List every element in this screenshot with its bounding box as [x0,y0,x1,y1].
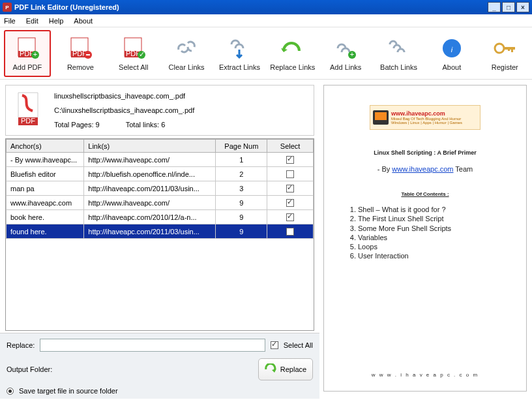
select-all-label: Select All [284,341,313,349]
cell-page: 1 [216,153,267,167]
cell-anchor: man pa [7,181,84,196]
cell-link: http://www.ihaveapc.com/ [84,196,216,210]
total-pages: Total Pages: 9 [54,121,100,129]
pdf-selectall-icon: PDF✓ [120,36,147,61]
table-row[interactable]: Bluefish editorhttp://bluefish.openoffic… [7,167,314,181]
menu-edit[interactable]: Edit [26,17,38,25]
table-row[interactable]: book here.http://ihaveapc.com/2010/12/a-… [7,210,314,224]
minimize-button[interactable]: _ [488,2,501,12]
cell-page: 3 [216,181,267,196]
maximize-button[interactable]: □ [502,2,515,12]
list-item: Variables [358,233,510,242]
table-row[interactable]: found here.http://ihaveapc.com/2011/03/u… [7,224,314,239]
svg-text:PDF: PDF [21,117,35,125]
cell-anchor: - By www.ihaveapc... [7,153,84,167]
col-link[interactable]: Link(s) [84,140,216,153]
row-checkbox[interactable] [286,156,294,164]
cell-link: http://ihaveapc.com/2011/03/usin... [84,224,216,239]
preview-by-link[interactable]: www.ihaveapc.com [392,165,453,173]
preview-toc: Table Of Contents : [340,191,510,197]
toolbar-batch-links[interactable]: Batch Links [376,30,422,77]
row-checkbox[interactable] [286,213,294,221]
svg-point-19 [495,44,504,53]
svg-rect-9 [86,54,90,55]
pdf-remove-icon: PDF [66,36,94,61]
file-name: linuxshellscriptbasics_ihaveapc.com_.pdf [54,92,307,100]
menu-help[interactable]: Help [49,17,64,25]
key-icon [491,36,518,61]
list-item: Some More Fun Shell Scripts [358,224,510,233]
preview-byline: - By www.ihaveapc.com Team [340,165,510,173]
row-checkbox[interactable] [286,185,294,192]
menu-file[interactable]: File [4,17,16,25]
table-row[interactable]: - By www.ihaveapc...http://www.ihaveapc.… [7,153,314,167]
table-row[interactable]: www.ihaveapc.comhttp://www.ihaveapc.com/… [7,196,314,210]
col-anchor[interactable]: Anchor(s) [7,140,84,153]
cell-page: 9 [216,196,267,210]
toolbar-add-pdf[interactable]: PDF+ Add PDF [4,30,51,77]
preview-footer: w w w . i h a v e a p c . c o m [340,372,510,384]
toolbar-addlinks-label: Add Links [330,63,361,71]
banner-line1: www.ihaveapc.com [391,110,462,117]
toolbar-selectall-label: Select All [119,63,148,71]
replace-button-label: Replace [280,365,306,373]
toolbar: PDF+ Add PDF PDF Remove PDF✓ Select All … [0,27,532,80]
toolbar-batchlinks-label: Batch Links [380,63,417,71]
app-icon: P [3,3,12,12]
toolbar-remove-label: Remove [67,63,94,71]
toolbar-select-all[interactable]: PDF✓ Select All [110,30,156,77]
list-item: User Interaction [358,251,510,260]
toolbar-remove[interactable]: PDF Remove [57,30,104,77]
row-checkbox[interactable] [286,199,294,207]
row-checkbox[interactable] [286,170,294,178]
col-select[interactable]: Select [267,140,314,153]
cell-anchor: found here. [7,224,84,239]
list-item: Loops [358,242,510,251]
toolbar-clear-links[interactable]: Clear Links [163,30,209,77]
chain-add-icon: + [332,36,359,61]
left-column: PDF linuxshellscriptbasics_ihaveapc.com_… [0,80,319,399]
cell-link: http://ihaveapc.com/2011/03/usin... [84,181,216,196]
row-checkbox[interactable] [286,228,294,236]
save-in-source-label: Save target file in source folder [19,387,118,395]
toolbar-replace-links[interactable]: Replace Links [269,30,316,77]
window-title: PDF Link Editor (Unregistered) [14,3,119,11]
info-icon: i [438,36,466,61]
file-path: C:\linuxshellscriptbasics_ihaveapc.com_.… [54,106,307,114]
cell-anchor: Bluefish editor [7,167,84,181]
svg-rect-21 [511,47,513,52]
close-button[interactable]: × [516,2,529,12]
pdf-add-icon: PDF+ [14,36,41,61]
svg-text:✓: ✓ [138,50,144,58]
menu-about[interactable]: About [74,17,93,25]
col-page[interactable]: Page Num [216,140,267,153]
toolbar-clearlinks-label: Clear Links [169,63,205,71]
toolbar-add-links[interactable]: + Add Links [323,30,369,77]
preview-toc-list: Shell – What is it good for ?The First L… [346,205,510,261]
toolbar-register[interactable]: Register [482,30,528,77]
toolbar-replacelinks-label: Replace Links [270,63,315,71]
toolbar-extract-links[interactable]: Extract Links [216,30,263,77]
cell-link: http://bluefish.openoffice.nl/inde... [84,167,216,181]
pdf-preview: www.ihaveapc.com Mixed Bag Of Tech Blogg… [323,85,527,392]
cell-anchor: book here. [7,210,84,224]
title-bar: P PDF Link Editor (Unregistered) _ □ × [0,0,532,14]
cell-anchor: www.ihaveapc.com [7,196,84,210]
preview-title: Linux Shell Scripting : A Brief Primer [340,149,510,156]
bottom-panel: Replace: Select All Output Folder: Repla… [0,333,319,399]
cell-link: http://www.ihaveapc.com/ [84,153,216,167]
preview-banner: www.ihaveapc.com Mixed Bag Of Tech Blogg… [370,105,480,130]
save-in-source-radio[interactable] [7,388,14,395]
replace-input[interactable] [40,339,265,352]
cell-page: 2 [216,167,267,181]
cell-page: 9 [216,210,267,224]
monitor-icon [373,110,389,125]
toolbar-register-label: Register [492,63,518,71]
menu-bar: File Edit Help About [0,14,532,27]
select-all-checkbox[interactable] [271,341,278,349]
replace-button[interactable]: Replace [258,358,313,380]
toolbar-about[interactable]: i About [428,30,475,77]
toolbar-extractlinks-label: Extract Links [219,63,260,71]
table-row[interactable]: man pahttp://ihaveapc.com/2011/03/usin..… [7,181,314,196]
cell-page: 9 [216,224,267,239]
